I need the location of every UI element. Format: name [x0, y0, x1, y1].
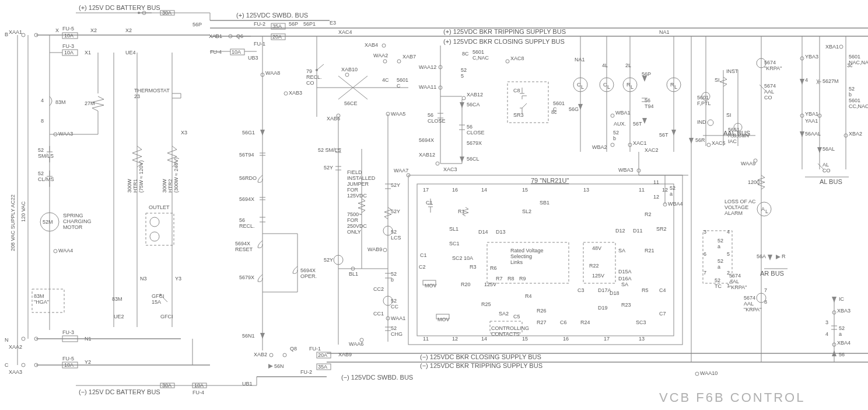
- b52tc: 52TC: [715, 277, 722, 289]
- lbl-ue4: UE4: [125, 50, 136, 55]
- outlet: OUTLET: [149, 204, 170, 210]
- y3: Y3: [175, 276, 181, 282]
- 125v: 125V: [592, 273, 604, 279]
- c8t: C8: [513, 88, 520, 93]
- 56recl: 56RECL.: [239, 217, 255, 229]
- rc1b: C1: [420, 252, 427, 258]
- rR: R: [782, 253, 786, 259]
- svg-point-83: [383, 248, 387, 252]
- lbl-ub3: UB3: [248, 55, 258, 61]
- 5674k3: 5674AAL"KRPA": [744, 295, 761, 312]
- 52y3: 52Y: [391, 209, 400, 214]
- 56close2: 56CLOSE: [467, 124, 485, 135]
- 83m2: 83M: [112, 296, 123, 302]
- svg-marker-132: [689, 138, 694, 144]
- xab9: XAB9: [338, 352, 352, 357]
- d14: D14: [478, 229, 488, 235]
- cl1: C: [577, 82, 581, 88]
- wba2: WBA2: [592, 144, 607, 150]
- diagram-title: VCB F6B CONTROL: [659, 390, 805, 405]
- d13: D13: [496, 229, 506, 235]
- ctc: CONTROLLINGCONTACTS: [491, 325, 529, 337]
- svg-point-77: [397, 60, 401, 63]
- svg-point-74: [345, 73, 349, 77]
- lbl-xaa1: XAA1: [9, 29, 22, 35]
- relay-79-nlr21u: 79 "NLR21U" C8 SR3 5601C 8c XAC8 17 16 1…: [408, 55, 682, 345]
- fu5bn: FU-5: [62, 356, 74, 362]
- svg-marker-119: [642, 118, 647, 124]
- lbl-fu4t-r: 10A: [232, 49, 241, 55]
- 56t94r: 56T94: [645, 98, 654, 109]
- x3: X3: [181, 130, 187, 135]
- 56t: 56T: [633, 121, 642, 127]
- bus-neg-close: (−) 125VDC BKR CLOSING SUPPLY BUS: [420, 353, 541, 360]
- 48v: 48V: [592, 245, 601, 251]
- dp6: 6: [704, 251, 706, 257]
- rated: Rated VoltageSelectingLinks: [510, 248, 544, 265]
- svg-marker-147: [768, 255, 772, 260]
- svg-point-138: [708, 120, 713, 126]
- svg-point-36: [54, 249, 57, 253]
- svg-point-135: [695, 372, 699, 376]
- 56t94: 56T94: [239, 152, 254, 158]
- 27m: 27M: [85, 100, 95, 106]
- als: L: [765, 209, 768, 214]
- lbl-xab1: XAB1: [209, 33, 222, 39]
- 56cl: 56CL: [467, 156, 480, 162]
- bus-neg-trip: (−) 125VDC BKR TRIPPING SUPPLY BUS: [420, 362, 542, 369]
- rp16: 16: [563, 336, 569, 342]
- 5601cnac: 5601C,NAC: [473, 49, 489, 61]
- svg-marker-148: [776, 255, 780, 259]
- jumper: FIELDINSTALLEDJUMPERFOR125VDC: [347, 169, 376, 199]
- 56n1: 56N1: [242, 333, 255, 339]
- lbl-fu2: FU-2: [254, 21, 265, 27]
- 56al: 56AL: [822, 146, 835, 152]
- r20: R20: [461, 282, 471, 287]
- r8: R8: [508, 276, 514, 282]
- motorlbl: SPRINGCHARGINGMOTOR: [63, 213, 92, 230]
- r9: R9: [519, 276, 526, 282]
- rsa2: SA: [621, 282, 628, 287]
- lbl-x: X: [55, 27, 59, 33]
- rl1: R: [626, 82, 631, 88]
- rp11: 11: [423, 336, 429, 342]
- fu1br: 20A: [318, 352, 327, 358]
- left-ac-column: XAA1 B X 10A FU-5 X2 X2 10A FU-3 X1 UE4 …: [5, 26, 210, 375]
- p11s: 11: [653, 179, 659, 185]
- dp3: 3: [704, 229, 706, 235]
- r25: R25: [481, 301, 491, 307]
- d19: D19: [598, 305, 608, 311]
- bl1: BL1: [349, 271, 358, 277]
- p12s: 12: [653, 194, 659, 200]
- fuse-cluster-top: 56P XAB1 Q6 FU-2 35A 56P 56P1 20A FU-1 F…: [192, 21, 316, 61]
- al: A: [761, 206, 765, 212]
- hga: 83M"HGA": [34, 293, 49, 305]
- p10a: 10A: [464, 255, 473, 261]
- yba1: YBA1: [805, 111, 818, 117]
- rt17: 17: [423, 187, 429, 193]
- lbl-fu4t: FU-4: [210, 49, 222, 55]
- 5601c: 5601C: [397, 77, 408, 89]
- cl2: C: [603, 82, 607, 88]
- cc1: CC1: [373, 311, 384, 317]
- svg-point-18: [22, 33, 25, 37]
- lbl-120vac: 120 VAC: [20, 201, 26, 222]
- fu2br: 35A: [318, 364, 327, 370]
- r24: R24: [580, 319, 590, 325]
- svg-point-76: [383, 60, 387, 63]
- waa6: WAA6: [349, 341, 363, 347]
- 56t2: 56T: [659, 132, 668, 138]
- col-52y: 52 SM/LS 52Y FIELDINSTALLEDJUMPERFOR125V…: [318, 114, 405, 347]
- svg-point-121: [611, 114, 614, 117]
- albus: AL BUS: [820, 178, 842, 185]
- wba3: WBA3: [618, 167, 634, 173]
- lbl-20a: 20A: [272, 34, 282, 40]
- 5679x: 5679X: [239, 275, 254, 280]
- 52chg: 52CHG: [391, 325, 402, 337]
- wba1: WBA1: [615, 110, 631, 116]
- ip3: 3: [825, 319, 828, 325]
- bus-pos-trip: (+) 125VDC BKR TRIPPING SUPPLY BUS: [443, 28, 566, 35]
- lbl-x2: X2: [90, 27, 97, 33]
- waa2: WAA2: [373, 53, 388, 58]
- d15: D15A: [618, 269, 632, 275]
